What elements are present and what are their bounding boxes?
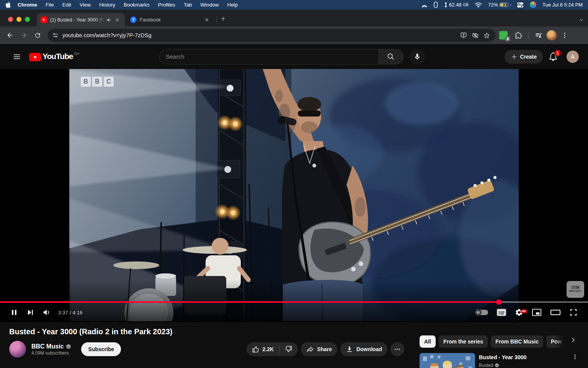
theater-mode-button[interactable] — [546, 307, 565, 318]
dislike-button[interactable] — [279, 342, 298, 356]
chip-all[interactable]: All — [420, 335, 436, 348]
menu-file[interactable]: File — [46, 2, 54, 8]
data-usage-unit: GB — [463, 3, 469, 7]
menu-window[interactable]: Window — [200, 2, 219, 8]
related-video-menu-button[interactable] — [571, 353, 579, 361]
youtube-header: YouTube CH Create 1 A — [0, 44, 588, 69]
browser-toolbar: youtube.com/watch?v=yjy7P-7zDSg 6 — [0, 26, 588, 44]
related-channel-name[interactable]: Busted — [479, 363, 493, 368]
search-button[interactable] — [378, 49, 403, 64]
menubar-app-name[interactable]: Chrome — [18, 2, 37, 8]
subscribe-button[interactable]: Subscribe — [81, 342, 121, 356]
battery-indicator[interactable]: 72% — [488, 2, 511, 8]
chip-from-series[interactable]: From the series — [439, 335, 488, 348]
download-button[interactable]: Download — [340, 342, 387, 356]
tab-overflow-chevron-icon[interactable] — [579, 17, 584, 23]
macos-menubar: Chrome File Edit View History Bookmarks … — [0, 0, 588, 10]
new-tab-button[interactable]: + — [219, 15, 229, 26]
more-actions-button[interactable] — [390, 342, 404, 356]
notifications-bell-button[interactable]: 1 — [548, 51, 559, 62]
youtube-logo[interactable]: YouTube CH — [29, 52, 79, 61]
menu-edit[interactable]: Edit — [62, 2, 71, 8]
tab-strip: (1) Busted - Year 3000 (R ✕ f Facebook ✕… — [0, 10, 588, 26]
maximize-window-button[interactable] — [25, 17, 30, 22]
tab-close-button[interactable]: ✕ — [203, 16, 211, 24]
menubar-clock[interactable]: Tue Jul 8 5:24 PM — [542, 2, 583, 8]
menu-bookmarks[interactable]: Bookmarks — [124, 2, 150, 8]
subtitles-button[interactable] — [492, 307, 511, 317]
related-video-item[interactable]: Busted - Year 3000 Busted — [420, 353, 579, 368]
control-center-icon[interactable] — [517, 2, 524, 8]
ellipsis-icon — [394, 346, 401, 353]
create-button[interactable]: Create — [505, 50, 543, 64]
settings-button[interactable]: HD — [511, 308, 528, 317]
plus-icon — [511, 53, 518, 60]
media-controls-icon[interactable] — [532, 29, 545, 41]
bookmark-star-icon[interactable] — [481, 30, 492, 41]
browser-menu-kebab-icon[interactable] — [559, 29, 571, 41]
site-settings-icon[interactable] — [52, 32, 59, 39]
battery-icon — [500, 3, 508, 7]
capsule-menubar-icon[interactable] — [434, 2, 438, 8]
data-usage-value: 62.48 — [449, 2, 462, 8]
like-button[interactable]: 2.2K — [247, 342, 279, 356]
youtube-play-icon — [29, 53, 41, 61]
youtube-country-code: CH — [74, 52, 79, 56]
chip-from-bbc-music[interactable]: From BBC Music — [491, 335, 543, 348]
next-button[interactable] — [22, 303, 38, 322]
minimize-window-button[interactable] — [16, 17, 21, 22]
tab-youtube[interactable]: (1) Busted - Year 3000 (R ✕ — [37, 13, 125, 26]
address-bar[interactable]: youtube.com/watch?v=yjy7P-7zDSg — [47, 29, 495, 42]
back-button[interactable] — [4, 29, 16, 41]
tab-facebook[interactable]: f Facebook ✕ — [126, 13, 214, 26]
pause-button[interactable] — [6, 303, 22, 322]
youtube-wordmark: YouTube — [42, 52, 73, 61]
extensions-puzzle-icon[interactable] — [512, 29, 524, 41]
channel-avatar[interactable] — [9, 341, 26, 358]
share-icon — [306, 345, 314, 353]
menu-tab[interactable]: Tab — [184, 2, 192, 8]
forward-button[interactable] — [18, 29, 30, 41]
menu-history[interactable]: History — [99, 2, 115, 8]
thumb-down-icon — [285, 345, 292, 353]
menu-help[interactable]: Help — [227, 2, 238, 8]
chip-truncated[interactable]: Pow — [546, 335, 566, 348]
menu-profiles[interactable]: Profiles — [158, 2, 175, 8]
bandwidth-indicator[interactable]: 62.48GB — [444, 2, 469, 8]
apple-menu-icon[interactable] — [5, 2, 11, 8]
voice-search-button[interactable] — [410, 49, 425, 64]
extension-badge: 6 — [505, 36, 510, 41]
verified-badge-icon — [66, 344, 71, 349]
search-input[interactable] — [166, 53, 372, 60]
share-button[interactable]: Share — [301, 342, 337, 356]
siri-orb-icon[interactable] — [530, 2, 536, 8]
miniplayer-button[interactable] — [528, 307, 546, 317]
account-avatar[interactable]: A — [567, 51, 579, 63]
tab-close-button[interactable]: ✕ — [113, 16, 121, 24]
password-eye-off-icon[interactable] — [469, 30, 481, 41]
video-title: Busted - Year 3000 (Radio 2 in the Park … — [9, 327, 415, 336]
adblock-extension-icon[interactable]: 6 — [499, 31, 508, 39]
channel-name[interactable]: BBC Music — [31, 343, 64, 350]
reload-button[interactable] — [31, 29, 44, 41]
volume-button[interactable] — [38, 303, 55, 322]
arc-menubar-icon[interactable] — [421, 2, 428, 8]
chips-scroll-right-button[interactable] — [570, 337, 577, 343]
related-video-title[interactable]: Busted - Year 3000 — [479, 354, 567, 361]
subscriber-count: 4.09M subscribers — [31, 350, 71, 356]
channel-watermark[interactable]: BBC MUSIC — [567, 281, 584, 298]
chevron-right-icon — [570, 337, 577, 343]
install-app-icon[interactable] — [458, 30, 469, 41]
autoplay-toggle[interactable] — [471, 310, 492, 315]
guide-hamburger-icon[interactable] — [9, 49, 24, 64]
tab-audio-icon[interactable] — [106, 17, 112, 23]
wifi-icon[interactable] — [475, 2, 482, 8]
menu-view[interactable]: View — [80, 2, 91, 8]
fullscreen-button[interactable] — [565, 308, 582, 317]
related-thumbnail[interactable] — [420, 353, 475, 368]
close-window-button[interactable] — [8, 17, 13, 22]
browser-profile-avatar[interactable] — [546, 30, 557, 41]
url-text[interactable]: youtube.com/watch?v=yjy7P-7zDSg — [62, 32, 458, 38]
verified-badge-icon — [495, 363, 499, 368]
mic-icon — [413, 53, 421, 61]
